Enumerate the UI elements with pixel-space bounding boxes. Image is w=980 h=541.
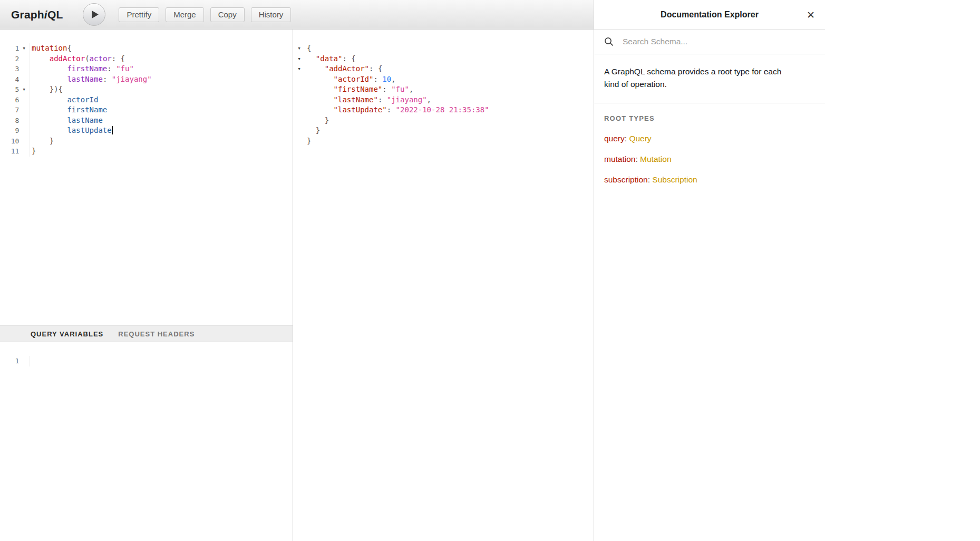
root-type-keyword: mutation xyxy=(604,154,635,163)
code-line: ▾{ xyxy=(294,43,594,54)
line-number: 4 xyxy=(0,74,19,85)
fold-arrow-icon[interactable]: ▾ xyxy=(294,54,305,64)
fold-arrow-icon[interactable]: ▾ xyxy=(19,84,29,95)
fold-gutter-spacer xyxy=(294,115,305,126)
code-line: 7 firstName xyxy=(0,105,293,115)
code-text: lastUpdate xyxy=(30,125,113,136)
editor-gutter xyxy=(294,115,305,126)
fold-gutter-spacer xyxy=(294,125,305,136)
editor-gutter: ▾ xyxy=(294,43,305,54)
query-editor[interactable]: 1▾mutation{2 addActor(actor: {3 firstNam… xyxy=(0,30,293,325)
code-line: 1▾mutation{ xyxy=(0,43,293,54)
code-text: addActor(actor: { xyxy=(30,54,125,64)
copy-button[interactable]: Copy xyxy=(210,7,245,22)
logo-text: Graph xyxy=(11,8,44,21)
editor-gutter xyxy=(294,74,305,85)
code-line: "lastUpdate": "2022-10-28 21:35:38" xyxy=(294,105,594,115)
code-line: ▾ "data": { xyxy=(294,54,594,64)
line-number: 5 xyxy=(0,84,19,95)
code-text: "lastName": "jiayang", xyxy=(305,95,431,105)
code-text: firstName: "fu" xyxy=(30,64,134,74)
type-link-mutation[interactable]: Mutation xyxy=(640,154,671,163)
schema-search xyxy=(594,30,825,54)
fold-arrow-icon[interactable]: ▾ xyxy=(294,43,305,54)
root-type-keyword: subscription xyxy=(604,175,648,184)
doc-explorer-header: Documentation Explorer ✕ xyxy=(594,0,825,30)
code-line: 6 actorId xyxy=(0,95,293,105)
fold-arrow-icon[interactable]: ▾ xyxy=(19,43,29,54)
tab-query-variables[interactable]: QUERY VARIABLES xyxy=(31,330,103,338)
tab-request-headers[interactable]: REQUEST HEADERS xyxy=(118,330,195,338)
code-text: } xyxy=(305,136,311,147)
type-link-subscription[interactable]: Subscription xyxy=(652,175,697,184)
code-line: 4 lastName: "jiayang" xyxy=(0,74,293,85)
root-type-separator: : xyxy=(635,154,640,163)
editor-gutter: ▾ xyxy=(294,64,305,74)
search-icon xyxy=(604,37,614,46)
play-icon xyxy=(91,10,99,19)
code-text: lastName xyxy=(30,115,103,126)
editor-gutter: 5▾ xyxy=(0,84,30,95)
line-number: 9 xyxy=(0,125,19,136)
line-number: 10 xyxy=(0,136,19,147)
toolbar: PrettifyMergeCopyHistory xyxy=(119,7,291,22)
search-schema-input[interactable] xyxy=(622,36,822,47)
query-variables-editor[interactable]: 1 xyxy=(0,342,293,541)
code-line: 2 addActor(actor: { xyxy=(0,54,293,64)
fold-gutter-spacer xyxy=(294,105,305,115)
type-link-query[interactable]: Query xyxy=(629,134,651,143)
code-text: lastName: "jiayang" xyxy=(30,74,152,85)
editor-gutter: 6 xyxy=(0,95,30,105)
divider xyxy=(594,103,825,103)
graphiql-app: GraphiQL PrettifyMergeCopyHistory 1▾muta… xyxy=(0,0,980,541)
editor-gutter: 11 xyxy=(0,146,30,157)
root-types-list: query: Querymutation: Mutationsubscripti… xyxy=(594,133,825,185)
doc-explorer-title: Documentation Explorer xyxy=(661,10,759,20)
fold-gutter-spacer xyxy=(19,125,29,136)
line-number: 2 xyxy=(0,54,19,64)
code-text: firstName xyxy=(30,105,107,115)
code-line: 8 lastName xyxy=(0,115,293,126)
line-number: 8 xyxy=(0,115,19,126)
code-line: "firstName": "fu", xyxy=(294,84,594,95)
editor-gutter: 4 xyxy=(0,74,30,85)
line-number: 3 xyxy=(0,64,19,74)
fold-gutter-spacer xyxy=(19,64,29,74)
fold-gutter-spacer xyxy=(294,136,305,147)
fold-arrow-icon[interactable]: ▾ xyxy=(294,64,305,74)
editor-gutter xyxy=(294,136,305,147)
editor-gutter: 8 xyxy=(0,115,30,126)
history-button[interactable]: History xyxy=(251,7,292,22)
fold-gutter-spacer xyxy=(19,146,29,157)
query-pane: 1▾mutation{2 addActor(actor: {3 firstNam… xyxy=(0,30,293,541)
app-logo: GraphiQL xyxy=(11,8,63,21)
fold-gutter-spacer xyxy=(19,115,29,126)
secondary-editor-tabs: QUERY VARIABLES REQUEST HEADERS xyxy=(0,325,293,342)
logo-text: QL xyxy=(47,8,63,21)
editor-gutter: 2 xyxy=(0,54,30,64)
code-line: "actorId": 10, xyxy=(294,74,594,85)
code-text xyxy=(30,356,32,366)
fold-gutter-spacer xyxy=(19,54,29,64)
merge-button[interactable]: Merge xyxy=(166,7,204,22)
code-line: } xyxy=(294,125,594,136)
code-text: "data": { xyxy=(305,54,356,64)
code-line: 1 xyxy=(0,356,293,366)
code-line: ▾ "addActor": { xyxy=(294,64,594,74)
line-number: 1 xyxy=(0,43,19,54)
close-icon[interactable]: ✕ xyxy=(806,8,816,21)
doc-explorer: Documentation Explorer ✕ A GraphQL schem… xyxy=(594,0,825,541)
fold-gutter-spacer xyxy=(19,74,29,85)
execute-button[interactable] xyxy=(83,3,105,26)
editor-gutter: 1 xyxy=(0,356,30,366)
line-number: 6 xyxy=(0,95,19,105)
code-line: 9 lastUpdate xyxy=(0,125,293,136)
root-type-subscription: subscription: Subscription xyxy=(604,175,815,185)
root-type-keyword: query xyxy=(604,134,625,143)
code-text: "actorId": 10, xyxy=(305,74,396,85)
text-cursor xyxy=(112,126,113,134)
editor-gutter: 10 xyxy=(0,136,30,147)
editor-gutter: 7 xyxy=(0,105,30,115)
editor-gutter xyxy=(294,105,305,115)
prettify-button[interactable]: Prettify xyxy=(119,7,159,22)
